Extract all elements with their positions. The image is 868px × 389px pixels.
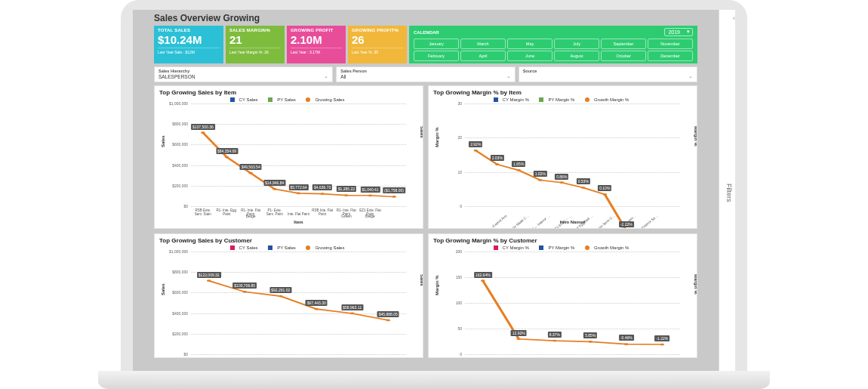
y-axis: Sales $0$200,000$400,000$600,000$800,000… [159, 103, 189, 206]
chart-title: Top Growing Margin % by Customer [433, 237, 692, 244]
chevron-left-icon: ‹ [733, 14, 735, 22]
month-option[interactable]: November [648, 39, 693, 49]
svg-point-6 [344, 194, 349, 196]
y-axis-label: Margin % [435, 275, 439, 295]
month-option[interactable]: September [601, 39, 646, 49]
y-axis: Margin % 0102030 [433, 103, 463, 206]
svg-point-14 [581, 187, 586, 189]
svg-point-21 [279, 295, 283, 298]
kpi-label: GROWING PROFIT [291, 28, 342, 32]
svg-point-4 [297, 193, 301, 195]
svg-point-28 [588, 341, 593, 343]
slicer-source[interactable]: Source ⌄ [519, 66, 697, 82]
slicer-value: SALESPERSON [159, 74, 328, 79]
svg-point-1 [225, 156, 229, 159]
svg-point-19 [207, 279, 211, 282]
filters-label: Filters [725, 184, 733, 202]
chart-title: Top Growing Sales by Customer [159, 237, 418, 244]
kpi-label: GROWING PROFIT% [352, 28, 403, 32]
svg-point-25 [481, 279, 485, 282]
kpi-row: TOTAL SALES $10.24M Last Year Sale : $12… [154, 26, 697, 63]
chart-top-growing-sales-by-customer[interactable]: Top Growing Sales by Customer CY Sales P… [154, 233, 423, 358]
month-option[interactable]: July [554, 39, 599, 49]
svg-point-7 [368, 194, 373, 196]
filters-pane-toggle[interactable]: ‹ Filters [719, 10, 735, 371]
kpi-sub: Last Year Margin %: 26 [229, 48, 281, 54]
y-axis: Sales $0$200,000$400,000$600,000$800,000… [159, 252, 189, 354]
month-option[interactable]: January [414, 39, 459, 49]
chart-title: Top Growing Margin % by Item [433, 89, 692, 96]
month-option[interactable]: May [507, 39, 553, 49]
x-axis: Item RSB Exte. Sem. StainR1- Inte. Egg. … [191, 206, 406, 217]
slicer-sales-person[interactable]: Sales Person All ⌄ [336, 66, 515, 82]
chart-legend: CY Margin % PY Margin % Growth Margin % [433, 245, 692, 250]
svg-point-11 [516, 169, 521, 171]
kpi-value: 26 [352, 33, 403, 46]
chart-legend: CY Sales PY Sales Growing Sales [159, 97, 418, 102]
laptop-base [98, 371, 770, 389]
y-axis-label: Sales [161, 135, 165, 147]
y2-axis-label: Growth Margin % [694, 126, 697, 147]
svg-point-9 [473, 150, 478, 152]
svg-point-3 [272, 188, 277, 190]
chart-top-growing-sales-by-item[interactable]: Top Growing Sales by Item CY Sales PY Sa… [154, 85, 423, 229]
svg-point-8 [392, 196, 396, 198]
chart-title: Top Growing Sales by Item [159, 89, 418, 96]
y-axis-label: Margin % [435, 127, 439, 147]
kpi-sub: Last Year : 3.17M [291, 48, 342, 54]
chart-legend: CY Sales PY Sales Growing Sales [159, 245, 418, 250]
svg-point-12 [538, 179, 543, 181]
kpi-sales-margin[interactable]: SALES MARGIN% 21 Last Year Margin %: 26 [226, 26, 285, 63]
kpi-value: 2.10M [291, 33, 342, 46]
chart-top-growing-margin-by-customer[interactable]: Top Growing Margin % by Customer CY Marg… [428, 233, 697, 358]
slicer-row: Sales Hierarchy SALESPERSON ⌄ Sales Pers… [154, 66, 697, 82]
kpi-value: 21 [229, 33, 281, 46]
svg-point-22 [314, 308, 319, 310]
laptop-mockup: ‹ Filters Sales Overview Growing TOTAL S… [121, 0, 747, 389]
slicer-label: Source [523, 69, 693, 73]
svg-point-20 [242, 291, 247, 293]
month-option[interactable]: August [554, 51, 599, 61]
calendar-slicer[interactable]: CALENDAR 2019 January March May July Sep… [409, 26, 697, 63]
svg-point-29 [624, 343, 629, 345]
chart-top-growing-margin-by-item[interactable]: Top Growing Margin % by Item CY Margin %… [428, 85, 697, 229]
x-axis: Item Name# P1-6020 — Interior … - Extend… [465, 206, 680, 217]
chevron-down-icon: ⌄ [688, 73, 693, 79]
svg-point-2 [248, 172, 253, 174]
kpi-sub: Last Year %: 35 [352, 48, 403, 54]
y-axis: Margin % 050100150200 [433, 252, 463, 354]
y2-axis-label: Growth Margin % [694, 274, 697, 295]
month-grid: January March May July September Novembe… [414, 39, 693, 61]
svg-point-5 [320, 193, 325, 195]
slicer-sales-hierarchy[interactable]: Sales Hierarchy SALESPERSON ⌄ [154, 66, 333, 82]
y2-axis-label: Growing Sales [420, 126, 423, 147]
month-option[interactable]: March [460, 39, 506, 49]
month-option[interactable]: February [414, 51, 459, 61]
chevron-down-icon: ⌄ [506, 73, 511, 79]
kpi-growing-profit[interactable]: GROWING PROFIT 2.10M Last Year : 3.17M [287, 26, 346, 63]
calendar-label: CALENDAR [414, 30, 439, 35]
kpi-total-sales[interactable]: TOTAL SALES $10.24M Last Year Sale : $12… [154, 26, 223, 63]
svg-point-10 [495, 163, 500, 165]
year-dropdown[interactable]: 2019 [664, 28, 693, 36]
svg-point-15 [602, 193, 607, 196]
page-title: Sales Overview Growing [154, 13, 697, 23]
svg-point-23 [350, 313, 355, 315]
month-option[interactable]: December [648, 51, 693, 61]
slicer-label: Sales Person [340, 69, 510, 73]
slicer-label: Sales Hierarchy [159, 69, 328, 73]
kpi-label: TOTAL SALES [158, 28, 220, 32]
x-axis-label: Item [294, 220, 303, 224]
chart-legend: CY Margin % PY Margin % Growth Margin % [433, 97, 692, 102]
svg-point-27 [553, 340, 557, 342]
month-option[interactable]: October [601, 51, 646, 61]
svg-point-26 [516, 338, 521, 340]
month-option[interactable]: June [507, 51, 553, 61]
svg-point-13 [559, 181, 564, 184]
svg-point-0 [201, 131, 205, 134]
month-option[interactable]: April [460, 51, 506, 61]
kpi-sub: Last Year Sale : $12M [158, 48, 220, 54]
y2-axis-label: Growing Sales [420, 274, 423, 295]
kpi-growing-profit-pct[interactable]: GROWING PROFIT% 26 Last Year %: 35 [348, 26, 407, 63]
slicer-value: All [340, 74, 510, 79]
